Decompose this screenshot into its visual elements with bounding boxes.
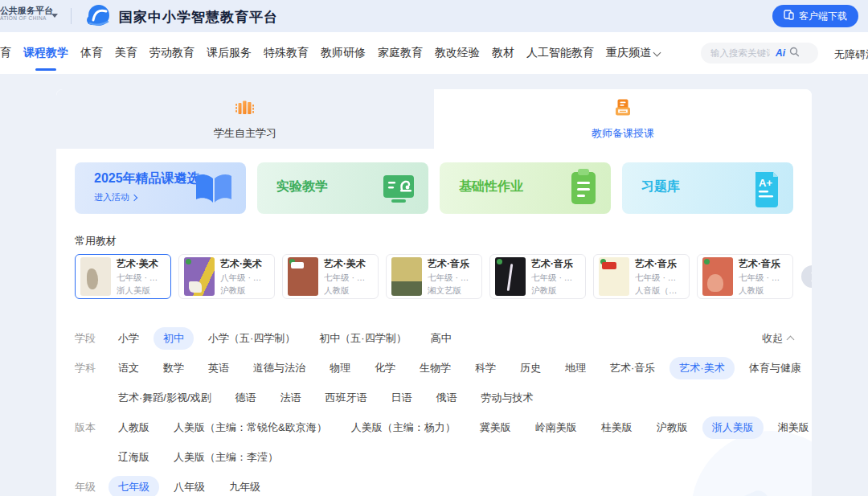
textbook-card[interactable]: 艺术·音乐 七年级 · 上册 人音版（主编：…: [593, 254, 690, 299]
subject-option[interactable]: 日语: [382, 387, 422, 409]
subject-option[interactable]: 道德与法治: [244, 357, 315, 379]
content-card: 学生自主学习 教师备课授课 2025年精品课遴选 进入活动: [56, 89, 812, 496]
banner-basic-homework[interactable]: 基础性作业: [440, 162, 611, 214]
tab-student-self-study[interactable]: 学生自主学习: [56, 89, 434, 149]
subject-option[interactable]: 科学: [465, 357, 506, 379]
subject-option[interactable]: 艺术·音乐: [600, 357, 665, 379]
device-download-icon: [784, 10, 794, 23]
stage-option-selected[interactable]: 初中: [154, 327, 194, 350]
version-option[interactable]: 人美版（主编：杨力）: [342, 416, 465, 439]
filter-row-version: 版本 人教版 人美版（主编：常锐伦&欧京海） 人美版（主编：杨力） 冀美版 岭南…: [75, 416, 793, 469]
filter-row-grade: 年级 七年级 八年级 九年级: [75, 476, 793, 496]
page-title: 国家中小学智慧教育平台: [119, 8, 278, 27]
textbook-cover: [495, 257, 526, 296]
ai-search-icon[interactable]: Ai: [776, 47, 785, 59]
version-option[interactable]: 桂美版: [592, 416, 642, 439]
client-download-button[interactable]: 客户端下载: [772, 5, 858, 27]
search-input[interactable]: [709, 47, 772, 59]
subject-option[interactable]: 西班牙语: [316, 387, 377, 409]
subject-option[interactable]: 英语: [199, 357, 239, 379]
version-option[interactable]: 人美版（主编：李滢）: [164, 446, 288, 469]
banner-premium-course-2025[interactable]: 2025年精品课遴选 进入活动: [75, 162, 246, 214]
textbook-card[interactable]: 艺术·音乐 七年级 · 上册 湘文艺版: [386, 254, 482, 299]
version-option[interactable]: 辽海版: [108, 446, 159, 469]
banner-title: 2025年精品课遴选: [94, 170, 200, 187]
accessibility-link[interactable]: 无障碍汉: [834, 47, 868, 62]
nav-item-aesthetic[interactable]: 美育: [115, 32, 137, 74]
subject-option[interactable]: 生物学: [410, 357, 461, 379]
nav-item-pe[interactable]: 体育: [80, 32, 103, 74]
version-option[interactable]: 冀美版: [470, 416, 521, 439]
version-option[interactable]: 湘美版: [768, 416, 812, 439]
chevron-right-icon: [807, 272, 812, 282]
version-option-selected[interactable]: 浙人美版: [702, 416, 764, 439]
subject-option-selected[interactable]: 艺术·美术: [669, 357, 734, 379]
divider: [71, 8, 72, 24]
textbook-list: 艺术·美术 七年级 · 上册 浙人美版 艺术·美术 八年级 · 上册 沪教版 艺…: [75, 254, 793, 299]
version-option[interactable]: 人美版（主编：常锐伦&欧京海）: [164, 416, 337, 439]
subject-option[interactable]: 法语: [271, 387, 311, 409]
stage-option[interactable]: 初中（五·四学制）: [309, 327, 416, 350]
collapse-button[interactable]: 收起: [762, 331, 793, 346]
grade-option[interactable]: 八年级: [164, 476, 215, 496]
feature-banners: 2025年精品课遴选 进入活动 实验教学: [75, 162, 793, 214]
stage-option[interactable]: 小学（五·四学制）: [199, 327, 305, 350]
stage-option[interactable]: 小学: [108, 327, 149, 350]
icon-a-plus-text: A+: [759, 177, 772, 189]
nav-item-textbook[interactable]: 教材: [492, 32, 514, 74]
mode-tabs: 学生自主学习 教师备课授课: [56, 89, 812, 149]
nav-item-afterschool[interactable]: 课后服务: [207, 32, 252, 74]
textbook-card[interactable]: 艺术·美术 七年级 · 上册 浙人美版: [75, 254, 171, 299]
subject-option[interactable]: 俄语: [427, 387, 467, 409]
banner-exercise-bank[interactable]: 习题库 A+: [622, 162, 793, 214]
textbook-cover: [288, 257, 318, 296]
banner-title: 基础性作业: [459, 178, 523, 195]
version-option[interactable]: 人教版: [108, 416, 159, 439]
subject-option[interactable]: 数学: [154, 357, 194, 379]
subject-option[interactable]: 体育与健康: [739, 357, 811, 379]
textbook-cover: [80, 257, 111, 296]
subject-option[interactable]: 语文: [108, 357, 149, 379]
subject-option[interactable]: 地理: [555, 357, 596, 379]
stage-option[interactable]: 高中: [421, 327, 461, 350]
banner-experiment-teaching[interactable]: 实验教学: [257, 162, 428, 214]
tab-student-label: 学生自主学习: [214, 126, 276, 141]
textbook-card[interactable]: 艺术·美术 七年级 · 上册 人教版: [282, 254, 379, 299]
nav-item-ai-education[interactable]: 人工智能教育: [526, 32, 594, 74]
version-option[interactable]: 沪教版: [647, 416, 698, 439]
subject-option[interactable]: 历史: [510, 357, 551, 379]
textbook-card[interactable]: 艺术·音乐 七年级 · 上册 人教版: [697, 254, 793, 299]
section-title-common-textbooks: 常用教材: [75, 234, 117, 248]
subject-option[interactable]: 物理: [320, 357, 360, 379]
nav-item-family[interactable]: 家庭教育: [378, 32, 423, 74]
nav-item-reform[interactable]: 教改经验: [435, 32, 480, 74]
nav-item-teacher-training[interactable]: 教师研修: [321, 32, 366, 74]
textbook-card[interactable]: 艺术·音乐 七年级 · 上册 沪教版: [489, 254, 586, 299]
tab-teacher-label: 教师备课授课: [592, 126, 654, 141]
tab-teacher-lesson-prep[interactable]: 教师备课授课: [434, 89, 812, 149]
portal-dropdown-caret-icon[interactable]: [51, 14, 58, 18]
lesson-board-icon: [612, 97, 633, 121]
carousel-next-button[interactable]: [801, 265, 812, 288]
subject-option[interactable]: 劳动与技术: [472, 387, 543, 409]
nav-item-cut[interactable]: 育: [0, 32, 11, 74]
banner-enter-activity-link[interactable]: 进入活动: [94, 191, 137, 203]
textbook-card[interactable]: 艺术·美术 八年级 · 上册 沪教版: [178, 254, 275, 299]
subject-option[interactable]: 化学: [365, 357, 405, 379]
open-book-icon: [193, 172, 235, 211]
nav-item-course-teaching[interactable]: 课程教学: [23, 32, 68, 74]
nav-item-labor[interactable]: 劳动教育: [149, 32, 194, 74]
filter-row-subject: 学科 语文 数学 英语 道德与法治 物理 化学 生物学 科学 历史 地理 艺术·…: [75, 357, 793, 409]
subject-option[interactable]: 艺术·舞蹈/影视/戏剧: [108, 387, 221, 409]
nav-item-chongqing-channel[interactable]: 重庆频道: [606, 32, 660, 74]
nav-item-special[interactable]: 特殊教育: [264, 32, 309, 74]
grade-option[interactable]: 九年级: [219, 476, 270, 496]
search-box[interactable]: Ai: [701, 43, 818, 64]
textbook-cover: [184, 257, 215, 296]
version-option[interactable]: 岭南美版: [526, 416, 587, 439]
chevron-up-icon: [787, 336, 795, 344]
portal-switcher[interactable]: 公共服务平台 ATION OF CHINA: [0, 6, 53, 21]
search-icon[interactable]: [789, 46, 800, 60]
subject-option[interactable]: 德语: [226, 387, 266, 409]
exercise-paper-icon: A+: [750, 167, 782, 212]
